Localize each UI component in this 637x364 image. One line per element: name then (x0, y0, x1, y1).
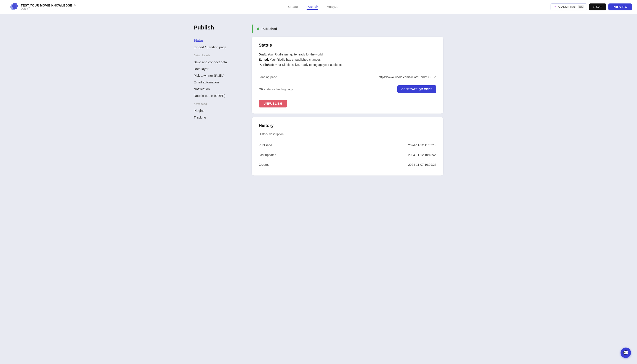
sidebar-item-embed[interactable]: Embed / Landing page (194, 44, 241, 50)
history-published-label: Published (259, 144, 272, 147)
sidebar-item-save-connect[interactable]: Save and connect data (194, 59, 241, 66)
header-title-block: TEST YOUR MOVIE KNOWLEDGE ✎ Quiz i (21, 4, 76, 10)
history-description: History description (259, 132, 436, 136)
sidebar-item-email-automation[interactable]: Email automation (194, 79, 241, 86)
ai-assistant-button[interactable]: ✦ AI ASSISTANT ⌘K (550, 4, 587, 10)
qr-row: QR code for landing page GENERATE QR COD… (259, 82, 436, 96)
generate-qr-button[interactable]: GENERATE QR CODE (397, 85, 436, 93)
published-status-bar: Published (252, 24, 443, 33)
history-card-title: History (259, 123, 436, 128)
tab-publish[interactable]: Publish (306, 4, 318, 10)
save-button[interactable]: SAVE (589, 4, 606, 10)
published-label: Published: (259, 63, 274, 66)
back-button[interactable]: ‹ (5, 4, 6, 9)
history-created-label: Created (259, 163, 270, 166)
logo-icon (10, 3, 18, 11)
sidebar-item-data-layer[interactable]: Data layer (194, 66, 241, 72)
status-description: Draft: Your Riddle isn't quite ready for… (259, 52, 436, 68)
quiz-title: TEST YOUR MOVIE KNOWLEDGE (21, 4, 72, 7)
edit-title-icon[interactable]: ✎ (74, 4, 76, 7)
history-created-value: 2024-11-07 10:29:25 (408, 163, 436, 166)
ai-shortcut-kbd: ⌘K (578, 5, 584, 8)
right-content: Published Status Draft: Your Riddle isn'… (252, 24, 443, 176)
sidebar-item-notification[interactable]: Notification (194, 86, 241, 92)
header-left: ‹ TEST YOUR MOVIE KNOWLEDGE ✎ Quiz i (5, 3, 76, 11)
status-dot-icon (257, 28, 259, 30)
share-icon[interactable]: ↗ (434, 75, 436, 79)
sidebar: Publish Status Embed / Landing page Data… (194, 24, 241, 176)
info-icon[interactable]: i (27, 7, 30, 10)
sidebar-item-raffle[interactable]: Pick a winner (Raffle) (194, 72, 241, 79)
sidebar-section-data-leads: Data / Leads (194, 54, 241, 57)
chat-icon: 💬 (623, 350, 628, 355)
tab-create[interactable]: Create (288, 4, 298, 10)
landing-page-row: Landing page https://www.riddle.com/view… (259, 72, 436, 82)
sidebar-item-gdpr[interactable]: Double opt-in (GDPR) (194, 92, 241, 99)
status-card: Status Draft: Your Riddle isn't quite re… (252, 36, 443, 114)
landing-page-label: Landing page (259, 76, 277, 79)
draft-text: Your Riddle isn't quite ready for the wo… (268, 53, 324, 56)
sidebar-item-status[interactable]: Status (194, 37, 241, 44)
history-row-created: Created 2024-11-07 10:29:25 (259, 160, 436, 170)
published-text: Your Riddle is live, ready to engage you… (275, 63, 343, 66)
sidebar-title: Publish (194, 24, 241, 31)
sidebar-item-tracking[interactable]: Tracking (194, 114, 241, 121)
header-subtitle: Quiz i (21, 7, 76, 10)
edited-text: Your Riddle has unpublished changes. (270, 58, 321, 61)
history-card: History History description Published 20… (252, 117, 443, 176)
main-content: Publish Status Embed / Landing page Data… (188, 14, 448, 186)
header-actions: ✦ AI ASSISTANT ⌘K SAVE PREVIEW (550, 4, 632, 10)
chat-button[interactable]: 💬 (620, 348, 631, 358)
draft-label: Draft: (259, 53, 267, 56)
landing-page-url-block: https://www.riddle.com/view/hUhnPcKZ ↗ (378, 75, 436, 79)
main-nav: Create Publish Analyze (76, 4, 550, 10)
history-row-published: Published 2024-11-12 11:39:19 (259, 140, 436, 150)
status-card-title: Status (259, 43, 436, 48)
header-title-row: TEST YOUR MOVIE KNOWLEDGE ✎ (21, 4, 76, 7)
preview-button[interactable]: PREVIEW (608, 4, 632, 10)
tab-analyze[interactable]: Analyze (327, 4, 338, 10)
history-row-updated: Last updated 2024-11-12 10:18:46 (259, 150, 436, 160)
history-updated-label: Last updated (259, 153, 276, 157)
sidebar-section-advanced: Advanced (194, 102, 241, 106)
unpublish-row: UNPUBLISH (259, 96, 436, 108)
landing-page-url[interactable]: https://www.riddle.com/view/hUhnPcKZ (378, 76, 432, 79)
status-bar-text: Published (262, 27, 277, 30)
qr-label: QR code for landing page (259, 88, 293, 91)
quiz-type-label: Quiz (21, 7, 26, 10)
ai-sparkle-icon: ✦ (554, 5, 556, 9)
history-updated-value: 2024-11-12 10:18:46 (408, 153, 436, 157)
ai-assistant-label: AI ASSISTANT (558, 5, 576, 8)
unpublish-button[interactable]: UNPUBLISH (259, 100, 287, 108)
sidebar-item-plugins[interactable]: Plugins (194, 107, 241, 114)
edited-label: Edited: (259, 58, 269, 61)
header: ‹ TEST YOUR MOVIE KNOWLEDGE ✎ Quiz i Cre… (0, 0, 637, 14)
history-published-value: 2024-11-12 11:39:19 (408, 144, 436, 147)
